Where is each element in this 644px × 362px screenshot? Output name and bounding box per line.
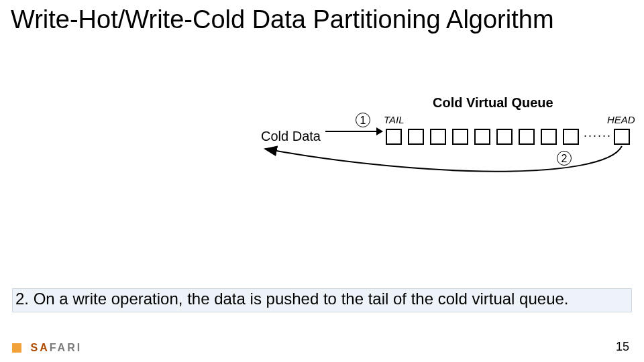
- queue-cell: [563, 129, 579, 145]
- page-number: 15: [616, 340, 629, 354]
- queue-cell: [408, 129, 424, 145]
- queue-cell: [474, 129, 490, 145]
- logo-part-a: SA: [30, 342, 49, 353]
- logo: SAFARI: [12, 342, 82, 354]
- head-label: HEAD: [607, 114, 635, 125]
- queue-cell: [430, 129, 446, 145]
- tail-label: TAIL: [384, 114, 405, 125]
- queue-cell: [541, 129, 557, 145]
- step-badge-2: 2: [557, 151, 572, 166]
- queue-title: Cold Virtual Queue: [433, 95, 553, 111]
- logo-part-b: FARI: [50, 342, 82, 353]
- queue-cell: [386, 129, 402, 145]
- step-text: 2. On a write operation, the data is pus…: [15, 290, 569, 308]
- arrow-into-tail-icon: [325, 131, 382, 132]
- queue-ellipsis: ······: [584, 129, 612, 143]
- queue-cell: [496, 129, 513, 145]
- queue-cell: [614, 129, 630, 145]
- queue-cell: [519, 129, 535, 145]
- step-badge-1: 1: [356, 113, 370, 127]
- cold-data-label: Cold Data: [261, 129, 321, 144]
- queue-cell: [452, 129, 468, 145]
